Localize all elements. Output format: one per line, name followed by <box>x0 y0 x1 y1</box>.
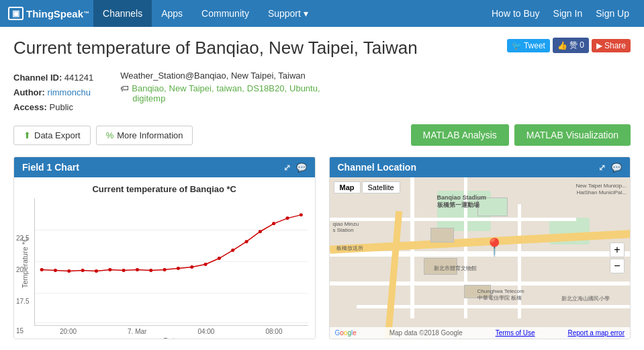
chart-area: Temperature *C 22.5 20 17.5 15 <box>21 198 308 326</box>
x-axis-label: Date <box>21 337 308 339</box>
nav-how-to-buy[interactable]: How to Buy <box>485 0 547 27</box>
map-header-icons: ⤢ 💬 <box>598 163 622 173</box>
tag-ds18b20[interactable]: DS18B20, <box>247 83 287 93</box>
svg-point-16 <box>259 230 262 234</box>
y-axis-label: Temperature *C <box>21 198 34 326</box>
y-label-225: 22.5 <box>16 234 29 241</box>
tag-ubuntu[interactable]: Ubuntu, <box>289 83 320 93</box>
author-link[interactable]: rimmonchu <box>48 87 91 97</box>
tag-new-taipei[interactable]: New Taipei, <box>169 83 214 93</box>
map-footer: Google Map data ©2018 Google Terms of Us… <box>330 327 631 339</box>
matlab-viz-button[interactable]: MATLAB Visualization <box>514 124 631 146</box>
nav-apps[interactable]: Apps <box>152 0 192 27</box>
svg-point-14 <box>231 249 234 252</box>
nav-sign-in[interactable]: Sign In <box>547 0 590 27</box>
channel-id-label: Channel ID: <box>13 73 62 83</box>
x-label-4: 08:00 <box>265 328 282 335</box>
svg-point-11 <box>190 265 193 269</box>
logo-text: ThingSpeak <box>26 8 83 19</box>
like-button[interactable]: 👍 赞 0 <box>553 38 589 53</box>
map-expand-icon[interactable]: ⤢ <box>598 163 606 173</box>
social-bar: 🐦 Tweet 👍 赞 0 ▶ Share <box>507 38 631 53</box>
share-button[interactable]: ▶ Share <box>592 39 631 52</box>
map-panel: Channel Location ⤢ 💬 Map Satellite <box>329 157 631 339</box>
access-value: Public <box>50 102 73 112</box>
access-label: Access: <box>13 102 47 112</box>
tweet-button[interactable]: 🐦 Tweet <box>507 39 550 52</box>
chart-header-icons: ⤢ 💬 <box>283 163 307 173</box>
y-label-20: 20 <box>16 265 24 273</box>
chart-expand-icon[interactable]: ⤢ <box>283 163 291 173</box>
report-map-error-link[interactable]: Report a map error <box>568 329 625 337</box>
nav-support[interactable]: Support ▾ <box>259 0 318 27</box>
tweet-label: Tweet <box>524 41 545 50</box>
google-logo: Google <box>335 329 357 337</box>
nav-sign-up[interactable]: Sign Up <box>589 0 636 27</box>
panels-row: Field 1 Chart ⤢ 💬 Current temperature of… <box>13 157 631 339</box>
map-body: Map Satellite <box>330 177 631 339</box>
y-label-15: 15 <box>16 326 24 334</box>
chart-comment-icon[interactable]: 💬 <box>296 163 307 173</box>
svg-point-10 <box>177 267 180 270</box>
more-info-label: More Information <box>117 130 183 140</box>
chart-panel: Field 1 Chart ⤢ 💬 Current temperature of… <box>13 157 316 339</box>
main-content: 🐦 Tweet 👍 赞 0 ▶ Share Current temperatur… <box>0 27 644 350</box>
svg-point-1 <box>54 269 57 272</box>
location-text: Weather_Station@Banqiao, New Taipei, Tai… <box>120 71 320 81</box>
data-export-button[interactable]: ⬆ Data Export <box>13 126 91 145</box>
more-info-button[interactable]: % More Information <box>96 126 193 145</box>
svg-point-5 <box>108 268 111 271</box>
nav-right: How to Buy Sign In Sign Up <box>485 0 636 27</box>
chart-panel-header: Field 1 Chart ⤢ 💬 <box>14 157 315 177</box>
like-label: 赞 0 <box>569 40 584 51</box>
map-controls: Map Satellite <box>334 181 400 193</box>
x-label-3: 04:00 <box>197 328 214 335</box>
svg-point-8 <box>149 269 152 272</box>
tweet-icon: 🐦 <box>512 41 522 50</box>
terms-of-use-link[interactable]: Terms of Use <box>496 329 535 337</box>
tag-digitemp[interactable]: digitemp <box>132 93 165 103</box>
share-label: Share <box>604 41 626 50</box>
navbar: ▣ ThingSpeak™ Channels Apps Community Su… <box>0 0 644 27</box>
tag-taiwan[interactable]: taiwan, <box>217 83 244 93</box>
nav-community[interactable]: Community <box>192 0 259 27</box>
action-left: ⬆ Data Export % More Information <box>13 126 193 145</box>
info-right: Weather_Station@Banqiao, New Taipei, Tai… <box>120 71 320 115</box>
map-zoom-in[interactable]: + <box>610 243 625 257</box>
chart-svg <box>35 198 308 325</box>
svg-point-0 <box>40 268 44 271</box>
map-data-label: Map data ©2018 Google <box>389 329 463 337</box>
x-label-2: 7. Mar <box>128 328 146 335</box>
logo-box: ▣ <box>8 7 24 20</box>
channel-info: Channel ID: 441241 Author: rimmonchu Acc… <box>13 71 631 115</box>
chart-body: Current temperature of Banqiao *C Temper… <box>14 177 315 339</box>
map-btn-map[interactable]: Map <box>334 181 361 193</box>
site-logo: ▣ ThingSpeak™ <box>8 7 89 20</box>
chart-panel-title: Field 1 Chart <box>22 162 79 173</box>
map-comment-icon[interactable]: 💬 <box>611 163 622 173</box>
tags-row: 🏷 Banqiao, New Taipei, taiwan, DS18B20, … <box>120 83 320 93</box>
svg-point-6 <box>122 269 126 272</box>
svg-point-3 <box>81 269 85 272</box>
author-label: Author: <box>13 87 45 97</box>
matlab-analysis-button[interactable]: MATLAB Analysis <box>411 124 509 146</box>
map-zoom-out[interactable]: − <box>610 259 625 273</box>
map-visual: Banqiao Stadium板橋第一運動場 New Taipei Munici… <box>330 177 631 339</box>
logo-tm: ™ <box>83 10 89 17</box>
nav-channels[interactable]: Channels <box>93 0 152 27</box>
map-btn-satellite[interactable]: Satellite <box>362 181 400 193</box>
data-export-label: Data Export <box>34 130 81 140</box>
svg-point-15 <box>244 240 248 243</box>
svg-point-2 <box>67 269 71 273</box>
channel-id-value: 441241 <box>64 73 93 83</box>
map-panel-title: Channel Location <box>338 162 416 173</box>
x-label-1: 20:00 <box>60 328 77 335</box>
svg-point-12 <box>204 263 208 266</box>
chart-title: Current temperature of Banqiao *C <box>21 184 308 194</box>
tag-banqiao[interactable]: Banqiao, <box>132 83 166 93</box>
svg-point-9 <box>163 268 167 271</box>
map-panel-header: Channel Location ⤢ 💬 <box>330 157 631 177</box>
svg-point-19 <box>300 214 303 217</box>
map-zoom: + − <box>610 243 625 273</box>
action-row: ⬆ Data Export % More Information MATLAB … <box>13 124 631 146</box>
